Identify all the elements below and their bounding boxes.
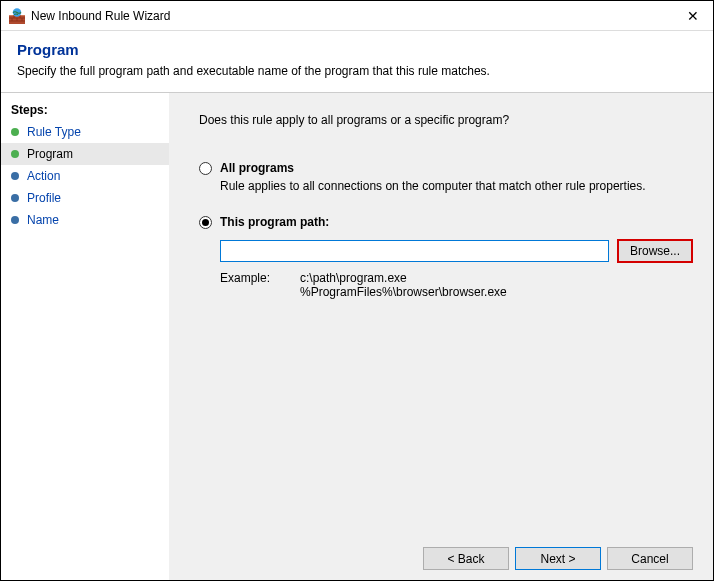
step-label: Name — [27, 213, 59, 227]
step-name[interactable]: Name — [1, 209, 169, 231]
wizard-window: New Inbound Rule Wizard ✕ Program Specif… — [0, 0, 714, 581]
example-label: Example: — [220, 271, 300, 299]
question-text: Does this rule apply to all programs or … — [199, 113, 693, 127]
firewall-icon — [9, 8, 25, 24]
step-label: Action — [27, 169, 60, 183]
example-row: Example: c:\path\program.exe %ProgramFil… — [220, 271, 693, 299]
titlebar: New Inbound Rule Wizard ✕ — [1, 1, 713, 31]
option-path-label: This program path: — [220, 215, 329, 229]
steps-title: Steps: — [1, 103, 169, 121]
program-path-input[interactable] — [220, 240, 609, 262]
radio-all-programs[interactable] — [199, 162, 212, 175]
header: Program Specify the full program path an… — [1, 31, 713, 93]
step-profile[interactable]: Profile — [1, 187, 169, 209]
bullet-icon — [11, 194, 19, 202]
example-lines: c:\path\program.exe %ProgramFiles%\brows… — [300, 271, 507, 299]
sidebar: Steps: Rule TypeProgramActionProfileName — [1, 93, 169, 580]
bullet-icon — [11, 150, 19, 158]
next-button[interactable]: Next > — [515, 547, 601, 570]
close-button[interactable]: ✕ — [673, 1, 713, 31]
radio-program-path[interactable] — [199, 216, 212, 229]
bullet-icon — [11, 128, 19, 136]
option-all-description: Rule applies to all connections on the c… — [220, 179, 693, 193]
window-title: New Inbound Rule Wizard — [31, 9, 673, 23]
option-program-path[interactable]: This program path: — [199, 215, 693, 229]
path-row: Browse... — [220, 239, 693, 263]
option-all-programs[interactable]: All programs — [199, 161, 693, 175]
step-label: Profile — [27, 191, 61, 205]
steps-list: Rule TypeProgramActionProfileName — [1, 121, 169, 231]
main-panel: Does this rule apply to all programs or … — [169, 93, 713, 580]
option-all-label: All programs — [220, 161, 294, 175]
page-title: Program — [17, 41, 697, 58]
footer-buttons: < Back Next > Cancel — [199, 537, 693, 570]
step-label: Rule Type — [27, 125, 81, 139]
bullet-icon — [11, 216, 19, 224]
back-button[interactable]: < Back — [423, 547, 509, 570]
cancel-button[interactable]: Cancel — [607, 547, 693, 570]
body: Steps: Rule TypeProgramActionProfileName… — [1, 93, 713, 580]
bullet-icon — [11, 172, 19, 180]
step-program: Program — [1, 143, 169, 165]
page-description: Specify the full program path and execut… — [17, 64, 697, 78]
browse-button[interactable]: Browse... — [617, 239, 693, 263]
step-action[interactable]: Action — [1, 165, 169, 187]
step-label: Program — [27, 147, 73, 161]
step-rule-type[interactable]: Rule Type — [1, 121, 169, 143]
